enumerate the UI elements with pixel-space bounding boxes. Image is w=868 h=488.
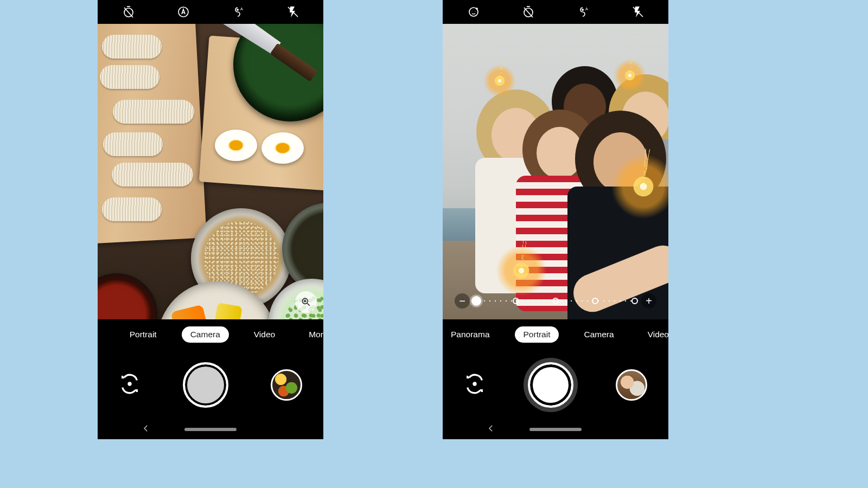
mode-panorama[interactable]: anorama: [98, 326, 105, 343]
shutter-button[interactable]: [528, 362, 573, 408]
mode-portrait[interactable]: Portrait: [515, 326, 559, 343]
back-button[interactable]: [486, 423, 496, 435]
zoom-slider-knob[interactable]: [471, 296, 481, 306]
mode-selector[interactable]: anorama Portrait Camera Video More: [98, 319, 323, 350]
phone-portrait-mode: A −: [443, 0, 668, 439]
mode-video[interactable]: Video: [639, 326, 668, 343]
zoom-stop[interactable]: [513, 298, 519, 304]
shutter-controls: [98, 350, 323, 420]
mode-video[interactable]: Video: [245, 326, 284, 343]
mode-portrait[interactable]: Portrait: [121, 326, 165, 343]
timer-off-icon[interactable]: [121, 4, 136, 20]
mode-panorama[interactable]: Panorama: [443, 326, 499, 343]
system-nav-bar: [443, 420, 668, 439]
mode-camera[interactable]: Camera: [575, 326, 622, 343]
gesture-pill[interactable]: [184, 428, 237, 431]
camera-top-options: A: [98, 0, 323, 24]
zoom-out-button[interactable]: −: [455, 293, 470, 309]
switch-camera-button[interactable]: [464, 373, 486, 397]
mode-camera[interactable]: Camera: [182, 326, 229, 343]
zoom-slider-track[interactable]: [476, 297, 635, 305]
svg-point-8: [475, 11, 475, 11]
flash-off-icon[interactable]: [285, 4, 301, 20]
promo-stage: A anorama Portrait Camera: [0, 0, 868, 488]
back-button[interactable]: [141, 423, 151, 435]
last-photo-thumbnail[interactable]: [271, 369, 302, 401]
svg-point-10: [582, 9, 584, 11]
timer-off-icon[interactable]: [521, 4, 536, 20]
camera-top-options: A: [443, 0, 668, 24]
svg-text:A: A: [585, 7, 588, 11]
svg-point-2: [237, 9, 239, 11]
zoom-stop[interactable]: [631, 298, 638, 304]
zoom-stop[interactable]: [552, 298, 559, 304]
shutter-controls: [443, 350, 668, 420]
shutter-button[interactable]: [183, 362, 228, 408]
zoom-slider[interactable]: − +: [455, 290, 656, 312]
switch-camera-button[interactable]: [119, 373, 141, 397]
last-photo-thumbnail[interactable]: [616, 369, 647, 401]
svg-point-5: [127, 382, 131, 386]
viewfinder[interactable]: − +: [443, 24, 668, 319]
zoom-stop[interactable]: [592, 298, 598, 304]
gesture-pill[interactable]: [529, 428, 582, 431]
flash-off-icon[interactable]: [630, 4, 646, 20]
phone-camera-mode: A anorama Portrait Camera: [98, 0, 323, 439]
face-retouch-icon[interactable]: [466, 4, 481, 20]
mode-more[interactable]: More: [300, 326, 323, 343]
svg-point-7: [471, 11, 472, 11]
viewfinder[interactable]: [98, 24, 323, 319]
white-balance-auto-icon[interactable]: A: [576, 4, 591, 20]
motion-auto-icon[interactable]: [176, 4, 191, 20]
mode-selector[interactable]: Panorama Portrait Camera Video: [443, 319, 668, 350]
white-balance-auto-icon[interactable]: A: [231, 4, 246, 20]
system-nav-bar: [98, 420, 323, 439]
zoom-in-button[interactable]: [295, 291, 317, 313]
svg-text:A: A: [240, 7, 243, 11]
svg-point-12: [473, 382, 476, 386]
zoom-in-button[interactable]: +: [641, 293, 656, 309]
